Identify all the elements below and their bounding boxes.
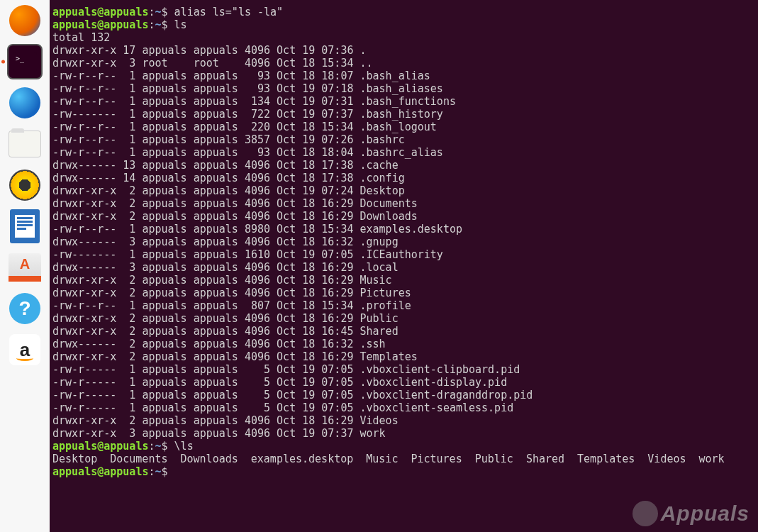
ls-row: -rw-r--r-- 1 appuals appuals 93 Oct 18 1… xyxy=(52,70,755,82)
ls-row: drwxr-xr-x 2 appuals appuals 4096 Oct 18… xyxy=(52,210,755,223)
launcher-amazon[interactable]: a xyxy=(7,332,43,367)
terminal-window[interactable]: appuals@appuals:~$ alias ls="ls -la" app… xyxy=(50,0,758,532)
ls-item: Desktop xyxy=(52,453,97,465)
ls-row: -rw-r----- 1 appuals appuals 5 Oct 19 07… xyxy=(52,376,755,389)
help-icon: ? xyxy=(9,293,40,324)
launcher-thunderbird[interactable] xyxy=(7,85,43,121)
watermark-logo-icon xyxy=(632,501,658,526)
ls-row: -rw-r----- 1 appuals appuals 5 Oct 19 07… xyxy=(52,363,755,376)
ls-row: drwxr-xr-x 2 appuals appuals 4096 Oct 18… xyxy=(52,197,755,210)
ls-row: drwxr-xr-x 2 appuals appuals 4096 Oct 18… xyxy=(52,274,755,287)
ls-row: drwxr-xr-x 3 appuals appuals 4096 Oct 19… xyxy=(52,427,755,440)
command-text: ls xyxy=(168,18,187,31)
ls-long-output: drwxr-xr-x 17 appuals appuals 4096 Oct 1… xyxy=(52,44,755,440)
launcher-files[interactable] xyxy=(7,126,43,162)
prompt-line-1: appuals@appuals:~$ alias ls="ls -la" xyxy=(52,6,755,18)
ls-row: drwxr-xr-x 2 appuals appuals 4096 Oct 18… xyxy=(52,414,755,427)
ls-row: -rw-r--r-- 1 appuals appuals 3857 Oct 19… xyxy=(52,133,755,146)
shopping-bag-icon xyxy=(9,253,41,282)
ls-total: total 132 xyxy=(52,31,755,44)
ls-row: -rw-r--r-- 1 appuals appuals 220 Oct 18 … xyxy=(52,121,755,133)
ls-row: drwx------ 2 appuals appuals 4096 Oct 18… xyxy=(52,338,755,350)
user-host: appuals@appuals xyxy=(52,6,148,18)
command-text: alias ls="ls -la" xyxy=(168,6,284,18)
ls-row: drwxr-xr-x 2 appuals appuals 4096 Oct 18… xyxy=(52,350,755,363)
thunderbird-icon xyxy=(9,87,40,118)
ls-item: Public xyxy=(475,453,513,465)
ls-item: examples.desktop xyxy=(251,453,354,465)
launcher-firefox[interactable] xyxy=(7,3,43,38)
ls-row: drwxr-xr-x 2 appuals appuals 4096 Oct 18… xyxy=(52,287,755,299)
ls-item: Templates xyxy=(577,453,635,465)
launcher-terminal[interactable]: >_ xyxy=(7,44,43,79)
ls-row: -rw------- 1 appuals appuals 722 Oct 19 … xyxy=(52,108,755,121)
terminal-icon: >_ xyxy=(13,52,37,72)
files-icon xyxy=(9,131,41,157)
launcher-rhythmbox[interactable] xyxy=(7,167,43,203)
ls-row: drwxr-xr-x 17 appuals appuals 4096 Oct 1… xyxy=(52,44,755,57)
prompt-line-4: appuals@appuals:~$ xyxy=(52,465,755,478)
launcher-dock: >_ ? a xyxy=(0,0,50,532)
ls-item: Documents xyxy=(110,453,167,465)
ls-row: drwxr-xr-x 3 root root 4096 Oct 18 15:34… xyxy=(52,57,755,70)
watermark-text: Appuals xyxy=(661,501,749,526)
ls-row: drwx------ 14 appuals appuals 4096 Oct 1… xyxy=(52,172,755,184)
ls-row: -rw------- 1 appuals appuals 1610 Oct 19… xyxy=(52,248,755,261)
ls-row: drwx------ 13 appuals appuals 4096 Oct 1… xyxy=(52,159,755,172)
ls-item: Music xyxy=(366,453,398,465)
command-text: \ls xyxy=(168,440,194,453)
ls-row: drwxr-xr-x 2 appuals appuals 4096 Oct 18… xyxy=(52,325,755,338)
ls-short-output: DesktopDocumentsDownloadsexamples.deskto… xyxy=(52,453,755,465)
document-icon xyxy=(10,209,40,243)
ls-item: Videos xyxy=(647,453,686,465)
ls-row: drwx------ 3 appuals appuals 4096 Oct 18… xyxy=(52,235,755,248)
ls-item: Downloads xyxy=(181,453,238,465)
ls-row: -rw-r--r-- 1 appuals appuals 134 Oct 19 … xyxy=(52,95,755,108)
ls-row: drwx------ 3 appuals appuals 4096 Oct 18… xyxy=(52,261,755,274)
ls-row: -rw-r--r-- 1 appuals appuals 8980 Oct 18… xyxy=(52,223,755,235)
prompt-line-3: appuals@appuals:~$ \ls xyxy=(52,440,755,453)
amazon-icon: a xyxy=(9,334,40,365)
launcher-help[interactable]: ? xyxy=(7,291,43,326)
watermark: Appuals xyxy=(632,501,749,526)
firefox-icon xyxy=(9,5,40,36)
ls-row: drwxr-xr-x 2 appuals appuals 4096 Oct 19… xyxy=(52,184,755,197)
ls-item: Shared xyxy=(526,453,564,465)
ls-item: Pictures xyxy=(411,453,462,465)
cwd: ~ xyxy=(155,6,162,18)
ls-row: drwxr-xr-x 2 appuals appuals 4096 Oct 18… xyxy=(52,312,755,325)
speaker-icon xyxy=(9,170,40,201)
ls-item: work xyxy=(699,453,725,465)
ls-row: -rw-r--r-- 1 appuals appuals 807 Oct 18 … xyxy=(52,299,755,312)
launcher-libreoffice-writer[interactable] xyxy=(7,209,43,244)
ls-row: -rw-r--r-- 1 appuals appuals 93 Oct 19 0… xyxy=(52,82,755,95)
launcher-ubuntu-software[interactable] xyxy=(7,250,43,285)
ls-row: -rw-r----- 1 appuals appuals 5 Oct 19 07… xyxy=(52,389,755,401)
ls-row: -rw-r----- 1 appuals appuals 5 Oct 19 07… xyxy=(52,401,755,414)
prompt-line-2: appuals@appuals:~$ ls xyxy=(52,18,755,31)
ls-row: -rw-r--r-- 1 appuals appuals 93 Oct 18 1… xyxy=(52,146,755,159)
